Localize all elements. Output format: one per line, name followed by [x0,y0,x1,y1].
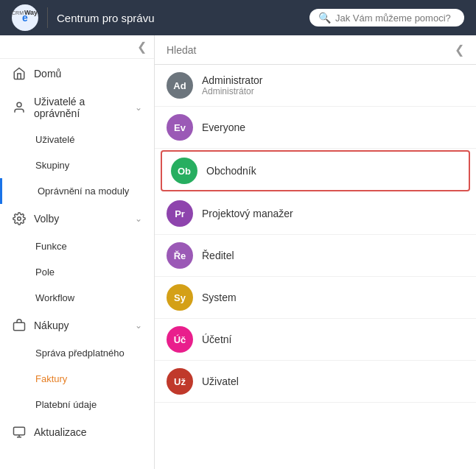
role-avatar: Pr [167,200,193,227]
search-icon: 🔍 [318,12,331,24]
logo-area: e Way CRM [12,4,38,31]
role-info: Účetní [202,334,231,345]
svg-rect-6 [14,322,25,331]
sidebar-collapse-btn[interactable]: ❮ [137,40,147,54]
topbar: e Way CRM Centrum pro správu 🔍 [0,0,476,35]
sidebar-label-uzivatele-opravneni: Uživatelé a oprávnění [34,96,127,119]
role-avatar: Ře [167,242,193,269]
sidebar-item-nakupy[interactable]: Nákupy ⌄ [0,311,154,340]
role-avatar: Už [167,368,193,395]
role-item[interactable]: ŘeŘeditel [155,235,476,277]
sidebar-label-funkce: Funkce [35,241,142,252]
role-info: System [202,292,237,303]
role-info: Projektový manažer [202,208,293,219]
sidebar-item-uzivatele[interactable]: Uživatelé [0,127,154,152]
role-avatar: Ev [167,114,193,141]
sidebar-item-sprava-predplatneho[interactable]: Správa předplatného [0,340,154,366]
panel-search-input[interactable] [167,44,449,56]
sidebar-item-aktualizace[interactable]: Aktualizace [0,417,154,447]
role-name: System [202,292,237,303]
sidebar-label-uzivatele: Uživatelé [35,134,142,145]
main-content: ❮ Domů Uživatelé a oprávnění ⌄ Uživatelé… [0,35,476,469]
role-info: AdministratorAdministrátor [202,74,262,96]
global-search-input[interactable] [335,13,455,24]
role-name: Everyone [202,121,245,133]
topbar-title: Centrum pro správu [57,12,155,24]
chevron-up-icon-volby: ⌄ [135,214,142,224]
gear-icon [12,211,27,226]
role-item[interactable]: SySystem [155,277,476,319]
panel-close-btn[interactable]: ❮ [455,43,464,57]
sidebar-item-volby[interactable]: Volby ⌄ [0,204,154,233]
sidebar-label-nakupy: Nákupy [34,320,127,331]
role-avatar: Ob [171,158,197,184]
sidebar: ❮ Domů Uživatelé a oprávnění ⌄ Uživatelé… [0,35,155,469]
role-name: Obchodník [206,165,256,177]
role-item[interactable]: ObObchodník [161,150,470,191]
panel-header: ❮ [155,35,476,65]
sidebar-label-domov: Domů [34,68,142,80]
sidebar-item-platebni-udaje[interactable]: Platební údaje [0,392,154,417]
role-info: Obchodník [206,165,256,177]
sidebar-item-opravneni-moduly[interactable]: Oprávnění na moduly [0,178,154,204]
sidebar-item-uzivatele-opravneni[interactable]: Uživatelé a oprávnění ⌄ [0,88,154,127]
svg-point-5 [18,217,21,221]
sidebar-label-faktury: Faktury [35,373,142,384]
svg-text:CRM: CRM [12,10,24,15]
role-list: AdAdministratorAdministrátorEvEveryoneOb… [155,65,476,469]
user-icon [12,100,27,115]
role-sub: Administrátor [202,86,262,96]
bag-icon [12,318,27,333]
svg-rect-7 [14,427,25,435]
right-panel: ❮ AdAdministratorAdministrátorEvEveryone… [155,35,476,469]
svg-point-4 [17,102,21,107]
home-icon [12,66,27,81]
sidebar-label-workflow: Workflow [35,292,142,303]
chevron-up-icon: ⌄ [135,102,142,113]
role-item[interactable]: EvEveryone [155,107,476,149]
role-info: Uživatel [202,375,239,387]
role-name: Účetní [202,334,231,345]
sidebar-label-aktualizace: Aktualizace [34,426,142,438]
sidebar-label-volby: Volby [34,213,127,225]
sidebar-item-skupiny[interactable]: Skupiny [0,152,154,178]
role-item[interactable]: UžUživatel [155,361,476,403]
role-name: Administrator [202,74,262,86]
role-info: Everyone [202,121,245,133]
sidebar-item-workflow[interactable]: Workflow [0,285,154,311]
sidebar-label-pole: Pole [35,267,142,278]
sidebar-label-sprava-predplatneho: Správa předplatného [35,348,142,359]
sidebar-label-skupiny: Skupiny [35,160,142,171]
chevron-up-icon-nakupy: ⌄ [135,320,142,331]
role-name: Ředitel [202,250,234,261]
logo-icon: e Way CRM [12,4,38,31]
sidebar-item-funkce[interactable]: Funkce [0,233,154,259]
role-avatar: Úč [167,326,193,353]
role-avatar: Sy [167,284,193,311]
topbar-divider [47,7,48,28]
global-search-bar[interactable]: 🔍 [309,9,464,27]
role-item[interactable]: AdAdministratorAdministrátor [155,65,476,107]
sidebar-item-domov[interactable]: Domů [0,59,154,88]
sidebar-item-pole[interactable]: Pole [0,259,154,285]
sidebar-label-platebni-udaje: Platební údaje [35,399,142,410]
sidebar-label-opravneni-moduly: Oprávnění na moduly [38,186,142,197]
role-name: Projektový manažer [202,208,293,219]
role-info: Ředitel [202,250,234,261]
role-item[interactable]: ÚčÚčetní [155,319,476,361]
sidebar-item-faktury[interactable]: Faktury [0,366,154,392]
monitor-icon [12,425,27,440]
role-item[interactable]: PrProjektový manažer [155,193,476,235]
svg-text:Way: Way [24,9,38,16]
role-name: Uživatel [202,375,239,387]
role-avatar: Ad [167,72,193,99]
